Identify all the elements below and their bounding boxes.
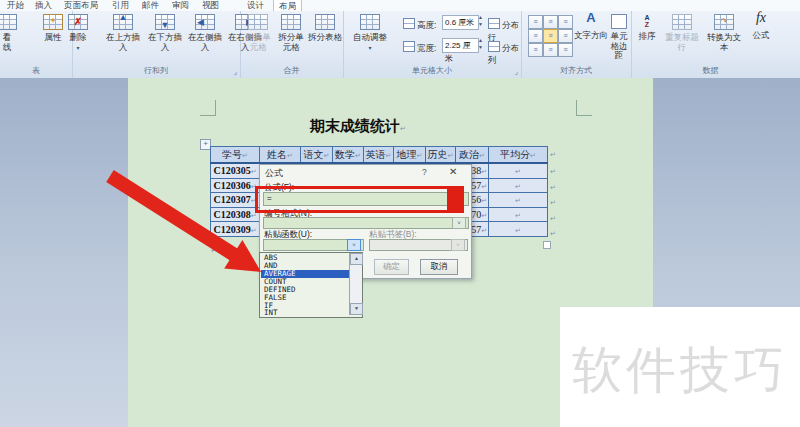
align-bottom-center-button[interactable]: ≡ xyxy=(543,43,558,57)
width-input[interactable]: 2.25 厘米 xyxy=(442,38,479,53)
function-dropdown-list[interactable]: ABS AND AVERAGE COUNT DEFINED FALSE IF I… xyxy=(259,252,363,318)
ok-button: 确定 xyxy=(374,259,409,275)
align-top-right-button[interactable]: ≡ xyxy=(558,15,573,29)
ribbon-group-rows-cols: ✗ 删除 ▾ ▲ 在上方插入 ▼ 在下方插入 ◀ 在左侧插入 xyxy=(72,11,241,78)
highlight-rectangle-thick-edge xyxy=(447,186,461,213)
cell-margins-icon xyxy=(611,14,627,29)
table-header-row: 学号↵ 姓名↵ 语文↵ 数学↵ 英语↵ 地理↵ 历史↵ 政治↵ 平均分↵ xyxy=(211,147,548,164)
tab-mailings[interactable]: 邮件 xyxy=(140,0,161,11)
convert-to-text-icon: ↷ xyxy=(714,14,734,30)
cell-size-dialog-launcher[interactable]: ⌟ xyxy=(515,68,518,76)
delete-table-icon: ✗ xyxy=(68,14,88,30)
align-middle-right-button[interactable]: ≡ xyxy=(558,29,573,43)
tab-review[interactable]: 审阅 xyxy=(170,0,191,11)
align-middle-center-button[interactable]: ≡ xyxy=(543,29,558,43)
function-option[interactable]: FALSE xyxy=(261,294,350,302)
header-politics: 政治↵ xyxy=(456,147,489,164)
insert-below-button[interactable]: ▼ 在下方插入 xyxy=(144,13,186,52)
autofit-button[interactable]: 自动调整 ▾ xyxy=(350,13,390,53)
align-top-center-button[interactable]: ≡ xyxy=(543,15,558,29)
tab-page-layout[interactable]: 页面布局 xyxy=(62,0,100,11)
sort-icon: AZ xyxy=(634,13,660,32)
close-icon[interactable]: ✕ xyxy=(449,166,457,177)
height-stepper[interactable]: ▲▼ xyxy=(476,14,485,29)
autofit-icon xyxy=(360,14,380,30)
align-top-left-button[interactable]: ≡ xyxy=(528,15,543,29)
split-cells-button[interactable]: 拆分单元格 xyxy=(275,13,307,52)
insert-left-button[interactable]: ◀ 在左侧插入 xyxy=(184,13,226,52)
highlight-rectangle-annotation xyxy=(255,186,464,213)
header-student-id: 学号↵ xyxy=(211,147,260,164)
list-scrollbar[interactable]: ▲ ▼ xyxy=(349,253,362,315)
student-id-cell: C120307↵ xyxy=(211,193,260,208)
tab-insert[interactable]: 插入 xyxy=(33,0,54,11)
average-cell: ↵ xyxy=(489,178,548,193)
student-id-cell: C120305↵ xyxy=(211,163,260,178)
height-label: 高度: xyxy=(417,20,436,30)
formula-button[interactable]: fx 公式 xyxy=(746,13,776,41)
group-label-alignment: 对齐方式 xyxy=(521,65,631,76)
average-cell: ↵ xyxy=(489,193,548,208)
watermark-text: 软件技巧 xyxy=(572,337,788,404)
width-icon: 宽度: xyxy=(403,41,436,55)
convert-to-text-button[interactable]: ↷ 转换为文本 xyxy=(703,13,745,52)
distribute-cols-button[interactable]: 分布列 xyxy=(488,41,521,67)
width-stepper[interactable]: ▲▼ xyxy=(476,37,485,52)
height-input[interactable]: 0.6 厘米 xyxy=(442,15,479,30)
cell-margins-button[interactable]: 单元格边距 xyxy=(607,13,631,61)
header-history: 历史↵ xyxy=(426,147,456,164)
align-middle-left-button[interactable]: ≡ xyxy=(528,29,543,43)
header-chinese: 语文↵ xyxy=(301,147,333,164)
group-label-merge: 合并 xyxy=(240,65,343,76)
paste-bookmark-dropdown-icon: ˅ xyxy=(451,239,465,251)
tab-design[interactable]: 设计 xyxy=(245,0,266,11)
autofit-menu-arrow: ▾ xyxy=(350,44,390,54)
watermark-box: 软件技巧 xyxy=(560,307,800,427)
dialog-title: 公式 xyxy=(265,167,283,180)
average-cell: ↵ xyxy=(489,207,548,222)
delete-menu-arrow: ▾ xyxy=(58,44,98,54)
height-icon: 高度: xyxy=(403,18,436,32)
header-geography: 地理↵ xyxy=(394,147,426,164)
insert-above-button[interactable]: ▲ 在上方插入 xyxy=(102,13,144,52)
function-option[interactable]: INT xyxy=(261,309,350,317)
help-icon[interactable]: ? xyxy=(422,167,427,177)
number-format-dropdown-icon[interactable]: ˅ xyxy=(452,217,466,229)
view-gridlines-button[interactable]: 看 线 xyxy=(0,13,20,52)
group-label-cell-size: 单元格大小 xyxy=(343,65,521,76)
student-id-cell: C120306↵ xyxy=(211,178,260,193)
align-bottom-left-button[interactable]: ≡ xyxy=(528,43,543,57)
student-id-cell: C120308↵ xyxy=(211,207,260,222)
group-label-rows-cols: 行和列 xyxy=(72,65,240,76)
header-math: 数学↵ xyxy=(333,147,364,164)
paste-function-dropdown-icon[interactable]: ˅ xyxy=(347,239,361,251)
text-direction-button[interactable]: A 文字方向 xyxy=(574,13,608,41)
sort-button[interactable]: AZ 排序 xyxy=(634,13,660,42)
row-end-mark: ↵ xyxy=(550,230,556,238)
average-cell: ↵ xyxy=(489,163,548,178)
insert-above-icon: ▲ xyxy=(113,14,133,30)
scroll-up-icon[interactable]: ▲ xyxy=(350,253,363,265)
row-end-mark: ↵ xyxy=(550,151,556,159)
average-cell: ↵ xyxy=(489,222,548,237)
row-end-mark: ↵ xyxy=(550,168,556,176)
merge-cells-icon xyxy=(248,14,268,30)
number-format-combo[interactable] xyxy=(263,217,469,229)
formula-fx-icon: fx xyxy=(746,13,776,31)
split-table-button[interactable]: 拆分表格 xyxy=(308,13,342,43)
scroll-down-icon[interactable]: ▼ xyxy=(350,303,363,315)
align-bottom-right-button[interactable]: ≡ xyxy=(558,43,573,57)
row-end-mark: ↵ xyxy=(550,199,556,207)
table-resize-handle[interactable] xyxy=(543,241,551,249)
merge-cells-button: 合并单元格 xyxy=(242,13,274,52)
cancel-button[interactable]: 取消 xyxy=(420,259,458,275)
rows-cols-dialog-launcher[interactable]: ⌟ xyxy=(234,68,237,76)
header-average: 平均分↵ xyxy=(489,147,548,164)
tab-references[interactable]: 引用 xyxy=(110,0,131,11)
tab-home[interactable]: 开始 xyxy=(5,0,26,11)
tab-view[interactable]: 视图 xyxy=(200,0,221,11)
ribbon: 看 线 ✦ 属性 表 ✗ 删除 ▾ ▲ 在上方插入 xyxy=(0,11,800,79)
student-id-cell: C120309↵ xyxy=(211,222,260,237)
delete-button[interactable]: ✗ 删除 ▾ xyxy=(58,13,98,53)
document-title: 期末成绩统计↵ xyxy=(128,117,588,136)
